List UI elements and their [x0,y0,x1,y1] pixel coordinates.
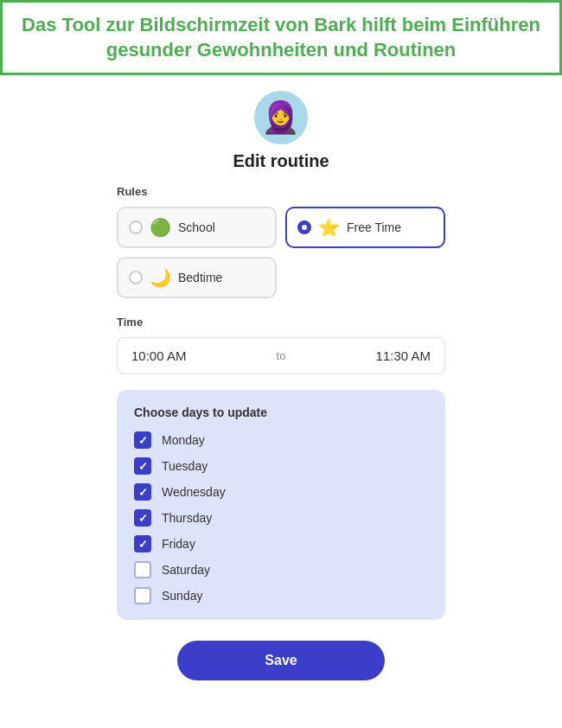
bedtime-icon: 🌙 [150,267,171,288]
time-label: Time [117,316,445,329]
checkbox-saturday[interactable] [134,561,151,578]
checkbox-monday[interactable]: ✓ [134,431,151,449]
checkbox-wednesday[interactable]: ✓ [134,483,151,501]
rule-free-time[interactable]: ⭐ Free Time [285,207,445,248]
checkmark-tuesday: ✓ [138,461,148,472]
rule-bedtime[interactable]: 🌙 Bedtime [117,257,277,298]
checkmark-thursday: ✓ [138,513,148,524]
page-title: Edit routine [233,151,329,171]
promo-banner: Das Tool zur Bildschirmzeit von Bark hil… [0,0,562,75]
day-friday[interactable]: ✓ Friday [134,535,428,552]
checkmark-friday: ✓ [138,539,148,550]
checkbox-thursday[interactable]: ✓ [134,509,151,527]
day-wednesday-label: Wednesday [162,485,226,499]
rule-bedtime-radio [129,271,143,284]
rule-bedtime-label: Bedtime [178,271,222,284]
rule-school[interactable]: 🟢 School [117,207,277,248]
school-icon: 🟢 [150,217,171,238]
rule-school-radio [129,220,143,234]
rules-grid: 🟢 School ⭐ Free Time 🌙 Bedtime [117,207,445,298]
radio-dot [302,225,307,230]
time-end: 11:30 AM [292,348,431,363]
rule-school-label: School [178,220,215,234]
day-tuesday-label: Tuesday [162,459,208,473]
rule-free-time-radio [297,220,311,234]
day-sunday[interactable]: Sunday [134,587,428,604]
day-monday-label: Monday [162,433,205,447]
checkbox-tuesday[interactable]: ✓ [134,457,151,475]
day-saturday[interactable]: Saturday [134,561,428,578]
avatar-section: 🧕 Edit routine [233,91,329,171]
days-title: Choose days to update [134,406,428,419]
free-time-icon: ⭐ [318,217,340,238]
day-tuesday[interactable]: ✓ Tuesday [134,457,428,475]
days-section: Choose days to update ✓ Monday ✓ Tuesday… [117,390,445,620]
save-button[interactable]: Save [177,641,385,680]
checkmark-wednesday: ✓ [138,487,148,498]
day-thursday-label: Thursday [162,511,212,525]
checkmark-monday: ✓ [138,435,148,446]
day-wednesday[interactable]: ✓ Wednesday [134,483,428,501]
banner-text: Das Tool zur Bildschirmzeit von Bark hil… [18,13,544,62]
time-section: Time 10:00 AM to 11:30 AM [117,316,445,374]
rule-free-time-label: Free Time [347,220,401,234]
checkbox-sunday[interactable] [134,587,151,604]
day-sunday-label: Sunday [162,589,202,603]
checkbox-friday[interactable]: ✓ [134,535,151,552]
day-friday-label: Friday [162,537,195,551]
main-content: Rules 🟢 School ⭐ Free Time 🌙 Bedtime Tim… [117,185,445,706]
day-thursday[interactable]: ✓ Thursday [134,509,428,527]
time-start: 10:00 AM [131,348,270,363]
time-to-label: to [277,349,286,362]
avatar: 🧕 [254,91,308,144]
day-monday[interactable]: ✓ Monday [134,431,428,449]
rules-label: Rules [117,185,445,198]
day-saturday-label: Saturday [162,563,210,577]
time-box[interactable]: 10:00 AM to 11:30 AM [117,337,445,374]
